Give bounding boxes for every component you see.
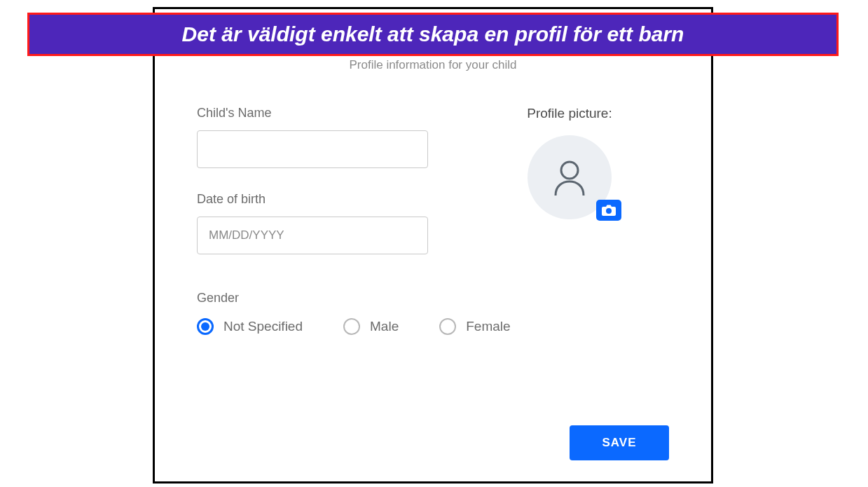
modal-subtitle: Profile information for your child	[197, 58, 669, 72]
dob-input[interactable]	[197, 217, 428, 254]
annotation-banner: Det är väldigt enkelt att skapa en profi…	[27, 13, 839, 56]
camera-icon	[601, 204, 616, 217]
gender-section: Gender Not Specified Male Female	[197, 291, 669, 335]
child-name-label: Child's Name	[197, 106, 428, 121]
radio-icon	[343, 318, 360, 335]
gender-radio-not-specified[interactable]: Not Specified	[197, 318, 303, 335]
radio-icon	[197, 318, 214, 335]
child-profile-modal: Profile information for your child Child…	[153, 7, 713, 483]
radio-dot-icon	[201, 322, 209, 331]
gender-option-label: Female	[466, 319, 510, 334]
form-left-column: Child's Name Date of birth	[197, 106, 428, 278]
child-name-input[interactable]	[197, 130, 428, 168]
profile-picture-label: Profile picture:	[527, 106, 612, 121]
form-row: Child's Name Date of birth Profile pictu…	[197, 106, 669, 278]
gender-radio-male[interactable]: Male	[343, 318, 399, 335]
gender-radio-group: Not Specified Male Female	[197, 318, 669, 335]
annotation-banner-text: Det är väldigt enkelt att skapa en profi…	[182, 22, 684, 46]
gender-label: Gender	[197, 291, 669, 306]
form-right-column: Profile picture:	[470, 106, 669, 278]
radio-icon	[439, 318, 456, 335]
gender-option-label: Not Specified	[223, 319, 303, 334]
dob-label: Date of birth	[197, 192, 428, 207]
svg-point-0	[561, 162, 578, 179]
save-button[interactable]: SAVE	[570, 425, 669, 460]
person-icon	[547, 155, 592, 200]
gender-option-label: Male	[370, 319, 399, 334]
avatar-wrapper	[528, 135, 612, 219]
upload-photo-button[interactable]	[596, 200, 621, 221]
gender-radio-female[interactable]: Female	[439, 318, 510, 335]
svg-point-2	[606, 208, 612, 214]
